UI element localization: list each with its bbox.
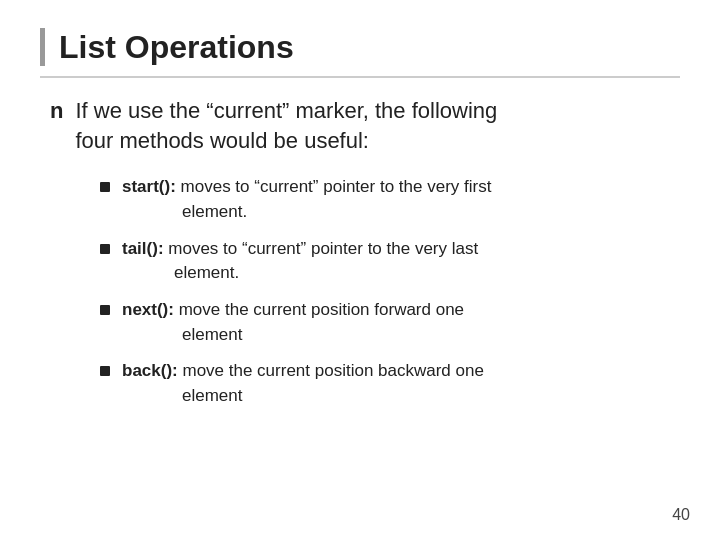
sub-bullet-icon bbox=[100, 182, 110, 192]
sub-list: start(): moves to “current” pointer to t… bbox=[50, 175, 680, 408]
main-text-line2: four methods would be useful: bbox=[75, 128, 369, 153]
sub-bullet-icon bbox=[100, 305, 110, 315]
main-bullet: n bbox=[50, 98, 63, 124]
sub-item-text-2: tail(): moves to “current” pointer to th… bbox=[122, 237, 478, 286]
method-desc-1a: moves to “current” pointer to the very f… bbox=[181, 177, 492, 196]
main-point: n If we use the “current” marker, the fo… bbox=[50, 96, 680, 155]
method-desc-2a: moves to “current” pointer to the very l… bbox=[168, 239, 478, 258]
method-name-3: next(): bbox=[122, 300, 174, 319]
method-desc-4b: element bbox=[122, 386, 242, 405]
slide-title: List Operations bbox=[40, 28, 680, 66]
method-desc-2b: element. bbox=[122, 263, 239, 282]
title-text: List Operations bbox=[59, 29, 294, 66]
method-name-4: back(): bbox=[122, 361, 178, 380]
title-section: List Operations bbox=[40, 28, 680, 78]
main-text-line1: If we use the “current” marker, the foll… bbox=[75, 98, 497, 123]
method-desc-3b: element bbox=[122, 325, 242, 344]
list-item: next(): move the current position forwar… bbox=[100, 298, 680, 347]
sub-item-text-1: start(): moves to “current” pointer to t… bbox=[122, 175, 491, 224]
main-text: If we use the “current” marker, the foll… bbox=[75, 96, 497, 155]
page-number: 40 bbox=[672, 506, 690, 524]
method-desc-4a: move the current position backward one bbox=[182, 361, 483, 380]
sub-bullet-icon bbox=[100, 366, 110, 376]
method-desc-1b: element. bbox=[122, 202, 247, 221]
sub-item-text-4: back(): move the current position backwa… bbox=[122, 359, 484, 408]
method-name-2: tail(): bbox=[122, 239, 164, 258]
list-item: tail(): moves to “current” pointer to th… bbox=[100, 237, 680, 286]
list-item: start(): moves to “current” pointer to t… bbox=[100, 175, 680, 224]
method-desc-3a: move the current position forward one bbox=[179, 300, 464, 319]
sub-item-text-3: next(): move the current position forwar… bbox=[122, 298, 464, 347]
list-item: back(): move the current position backwa… bbox=[100, 359, 680, 408]
content-section: n If we use the “current” marker, the fo… bbox=[40, 96, 680, 409]
slide-container: List Operations n If we use the “current… bbox=[0, 0, 720, 540]
title-decoration bbox=[40, 28, 45, 66]
sub-bullet-icon bbox=[100, 244, 110, 254]
method-name-1: start(): bbox=[122, 177, 176, 196]
